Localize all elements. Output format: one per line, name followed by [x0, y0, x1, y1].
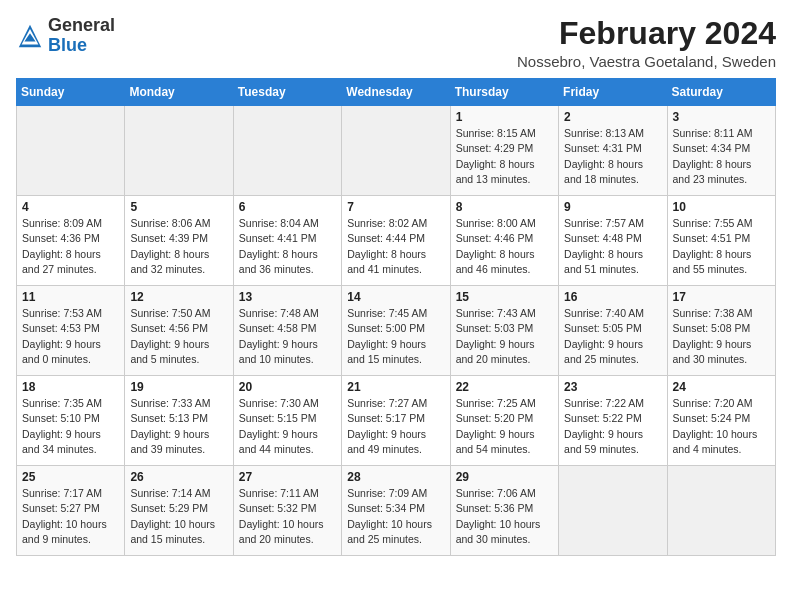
calendar-cell: 7Sunrise: 8:02 AMSunset: 4:44 PMDaylight… [342, 196, 450, 286]
calendar-cell: 29Sunrise: 7:06 AMSunset: 5:36 PMDayligh… [450, 466, 558, 556]
calendar-cell: 24Sunrise: 7:20 AMSunset: 5:24 PMDayligh… [667, 376, 775, 466]
calendar-cell: 2Sunrise: 8:13 AMSunset: 4:31 PMDaylight… [559, 106, 667, 196]
day-number: 13 [239, 290, 336, 304]
day-number: 16 [564, 290, 661, 304]
day-info: Sunrise: 8:09 AMSunset: 4:36 PMDaylight:… [22, 216, 119, 277]
day-info: Sunrise: 7:48 AMSunset: 4:58 PMDaylight:… [239, 306, 336, 367]
day-info: Sunrise: 7:38 AMSunset: 5:08 PMDaylight:… [673, 306, 770, 367]
location-subtitle: Nossebro, Vaestra Goetaland, Sweden [517, 53, 776, 70]
day-number: 23 [564, 380, 661, 394]
calendar-cell [342, 106, 450, 196]
page-header: General Blue February 2024 Nossebro, Vae… [16, 16, 776, 70]
day-info: Sunrise: 7:57 AMSunset: 4:48 PMDaylight:… [564, 216, 661, 277]
day-number: 2 [564, 110, 661, 124]
day-number: 21 [347, 380, 444, 394]
day-number: 22 [456, 380, 553, 394]
calendar-cell: 19Sunrise: 7:33 AMSunset: 5:13 PMDayligh… [125, 376, 233, 466]
day-number: 20 [239, 380, 336, 394]
day-number: 17 [673, 290, 770, 304]
calendar-cell [233, 106, 341, 196]
calendar-cell: 4Sunrise: 8:09 AMSunset: 4:36 PMDaylight… [17, 196, 125, 286]
weekday-header-sunday: Sunday [17, 79, 125, 106]
calendar-table: SundayMondayTuesdayWednesdayThursdayFrid… [16, 78, 776, 556]
calendar-cell: 12Sunrise: 7:50 AMSunset: 4:56 PMDayligh… [125, 286, 233, 376]
day-number: 19 [130, 380, 227, 394]
weekday-header-friday: Friday [559, 79, 667, 106]
day-info: Sunrise: 8:11 AMSunset: 4:34 PMDaylight:… [673, 126, 770, 187]
day-number: 7 [347, 200, 444, 214]
calendar-cell [125, 106, 233, 196]
day-number: 24 [673, 380, 770, 394]
calendar-cell [559, 466, 667, 556]
day-info: Sunrise: 7:35 AMSunset: 5:10 PMDaylight:… [22, 396, 119, 457]
day-number: 26 [130, 470, 227, 484]
day-info: Sunrise: 7:09 AMSunset: 5:34 PMDaylight:… [347, 486, 444, 547]
calendar-cell: 26Sunrise: 7:14 AMSunset: 5:29 PMDayligh… [125, 466, 233, 556]
calendar-cell: 18Sunrise: 7:35 AMSunset: 5:10 PMDayligh… [17, 376, 125, 466]
logo: General Blue [16, 16, 115, 56]
calendar-cell: 6Sunrise: 8:04 AMSunset: 4:41 PMDaylight… [233, 196, 341, 286]
day-info: Sunrise: 7:25 AMSunset: 5:20 PMDaylight:… [456, 396, 553, 457]
calendar-cell [667, 466, 775, 556]
calendar-cell: 15Sunrise: 7:43 AMSunset: 5:03 PMDayligh… [450, 286, 558, 376]
logo-blue-text: Blue [48, 36, 115, 56]
calendar-cell [17, 106, 125, 196]
weekday-header-thursday: Thursday [450, 79, 558, 106]
day-number: 10 [673, 200, 770, 214]
day-info: Sunrise: 7:20 AMSunset: 5:24 PMDaylight:… [673, 396, 770, 457]
day-info: Sunrise: 8:04 AMSunset: 4:41 PMDaylight:… [239, 216, 336, 277]
calendar-cell: 17Sunrise: 7:38 AMSunset: 5:08 PMDayligh… [667, 286, 775, 376]
calendar-week-row: 18Sunrise: 7:35 AMSunset: 5:10 PMDayligh… [17, 376, 776, 466]
day-number: 27 [239, 470, 336, 484]
weekday-header-monday: Monday [125, 79, 233, 106]
calendar-cell: 27Sunrise: 7:11 AMSunset: 5:32 PMDayligh… [233, 466, 341, 556]
day-info: Sunrise: 8:02 AMSunset: 4:44 PMDaylight:… [347, 216, 444, 277]
day-number: 29 [456, 470, 553, 484]
logo-general-text: General [48, 16, 115, 36]
title-block: February 2024 Nossebro, Vaestra Goetalan… [517, 16, 776, 70]
day-number: 15 [456, 290, 553, 304]
day-info: Sunrise: 7:43 AMSunset: 5:03 PMDaylight:… [456, 306, 553, 367]
day-info: Sunrise: 7:40 AMSunset: 5:05 PMDaylight:… [564, 306, 661, 367]
calendar-cell: 20Sunrise: 7:30 AMSunset: 5:15 PMDayligh… [233, 376, 341, 466]
calendar-cell: 9Sunrise: 7:57 AMSunset: 4:48 PMDaylight… [559, 196, 667, 286]
day-number: 14 [347, 290, 444, 304]
weekday-header-tuesday: Tuesday [233, 79, 341, 106]
day-number: 12 [130, 290, 227, 304]
day-number: 4 [22, 200, 119, 214]
day-info: Sunrise: 7:06 AMSunset: 5:36 PMDaylight:… [456, 486, 553, 547]
day-number: 8 [456, 200, 553, 214]
calendar-cell: 21Sunrise: 7:27 AMSunset: 5:17 PMDayligh… [342, 376, 450, 466]
day-info: Sunrise: 8:00 AMSunset: 4:46 PMDaylight:… [456, 216, 553, 277]
day-info: Sunrise: 7:53 AMSunset: 4:53 PMDaylight:… [22, 306, 119, 367]
calendar-cell: 22Sunrise: 7:25 AMSunset: 5:20 PMDayligh… [450, 376, 558, 466]
day-info: Sunrise: 7:14 AMSunset: 5:29 PMDaylight:… [130, 486, 227, 547]
day-info: Sunrise: 8:13 AMSunset: 4:31 PMDaylight:… [564, 126, 661, 187]
weekday-header-saturday: Saturday [667, 79, 775, 106]
day-info: Sunrise: 7:11 AMSunset: 5:32 PMDaylight:… [239, 486, 336, 547]
day-info: Sunrise: 7:22 AMSunset: 5:22 PMDaylight:… [564, 396, 661, 457]
month-year-title: February 2024 [517, 16, 776, 51]
logo-icon [16, 22, 44, 50]
calendar-cell: 13Sunrise: 7:48 AMSunset: 4:58 PMDayligh… [233, 286, 341, 376]
calendar-cell: 11Sunrise: 7:53 AMSunset: 4:53 PMDayligh… [17, 286, 125, 376]
calendar-cell: 28Sunrise: 7:09 AMSunset: 5:34 PMDayligh… [342, 466, 450, 556]
day-info: Sunrise: 7:50 AMSunset: 4:56 PMDaylight:… [130, 306, 227, 367]
day-info: Sunrise: 7:45 AMSunset: 5:00 PMDaylight:… [347, 306, 444, 367]
day-info: Sunrise: 7:27 AMSunset: 5:17 PMDaylight:… [347, 396, 444, 457]
calendar-week-row: 1Sunrise: 8:15 AMSunset: 4:29 PMDaylight… [17, 106, 776, 196]
calendar-cell: 14Sunrise: 7:45 AMSunset: 5:00 PMDayligh… [342, 286, 450, 376]
calendar-week-row: 4Sunrise: 8:09 AMSunset: 4:36 PMDaylight… [17, 196, 776, 286]
day-number: 5 [130, 200, 227, 214]
day-info: Sunrise: 7:33 AMSunset: 5:13 PMDaylight:… [130, 396, 227, 457]
day-info: Sunrise: 7:30 AMSunset: 5:15 PMDaylight:… [239, 396, 336, 457]
day-number: 6 [239, 200, 336, 214]
day-number: 9 [564, 200, 661, 214]
day-number: 18 [22, 380, 119, 394]
calendar-cell: 25Sunrise: 7:17 AMSunset: 5:27 PMDayligh… [17, 466, 125, 556]
day-info: Sunrise: 7:17 AMSunset: 5:27 PMDaylight:… [22, 486, 119, 547]
day-number: 3 [673, 110, 770, 124]
day-info: Sunrise: 8:06 AMSunset: 4:39 PMDaylight:… [130, 216, 227, 277]
calendar-cell: 1Sunrise: 8:15 AMSunset: 4:29 PMDaylight… [450, 106, 558, 196]
day-info: Sunrise: 7:55 AMSunset: 4:51 PMDaylight:… [673, 216, 770, 277]
